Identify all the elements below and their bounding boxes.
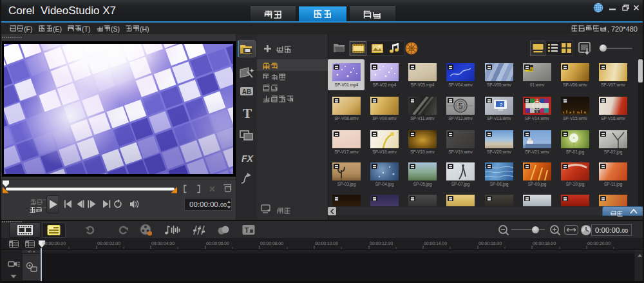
- svg-text:00:00:12.00: 00:00:12.00: [370, 241, 393, 246]
- svg-text:00:00:16.00: 00:00:16.00: [478, 241, 502, 246]
- svg-text:00:00:08.00: 00:00:08.00: [260, 241, 283, 246]
- svg-text:00:00:14.00: 00:00:14.00: [424, 241, 447, 246]
- svg-text:T: T: [245, 226, 249, 234]
- svg-text:00:00:18.00: 00:00:18.00: [533, 241, 556, 246]
- svg-text:00:00:06.00: 00:00:06.00: [206, 241, 229, 246]
- svg-text:00:00:20.00: 00:00:20.00: [587, 241, 611, 246]
- svg-text:AB: AB: [242, 88, 251, 95]
- svg-text:2: 2: [500, 102, 503, 108]
- svg-text:00:00:04.00: 00:00:04.00: [151, 241, 175, 246]
- svg-text:00:00:00.00: 00:00:00.00: [43, 241, 66, 246]
- svg-text:00:00:02.00: 00:00:02.00: [97, 241, 120, 246]
- svg-text:00:00:10.00: 00:00:10.00: [315, 241, 338, 246]
